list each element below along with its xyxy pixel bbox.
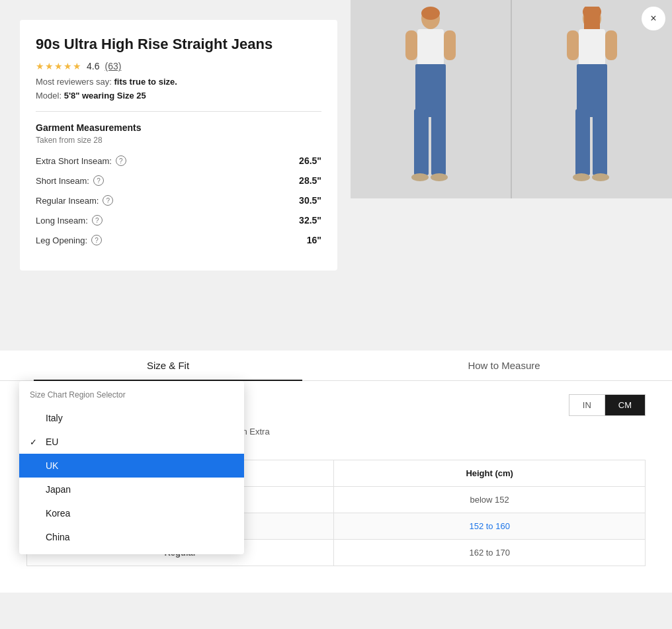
reviewer-highlight: fits true to size. — [114, 77, 177, 87]
regular-help-icon[interactable]: ? — [103, 195, 113, 206]
svg-rect-18 — [593, 109, 607, 175]
region-label-eu: EU — [46, 437, 58, 447]
svg-point-1 — [421, 7, 440, 20]
short-value: 28.5" — [299, 175, 321, 186]
short-help-icon[interactable]: ? — [93, 175, 104, 186]
svg-rect-15 — [605, 30, 617, 60]
measurement-regular: Regular Inseam: ? 30.5" — [36, 195, 321, 206]
svg-rect-14 — [567, 30, 579, 60]
product-title: 90s Ultra High Rise Straight Jeans — [36, 36, 321, 53]
product-images: × — [351, 0, 672, 198]
star-4: ★ — [63, 61, 72, 71]
leg-opening-label: Leg Opening: — [36, 235, 87, 245]
product-details-card: 90s Ultra High Rise Straight Jeans ★ ★ ★… — [20, 20, 337, 271]
long-help-icon[interactable]: ? — [92, 215, 103, 226]
measurement-short: Short Inseam: ? 28.5" — [36, 175, 321, 186]
model-info: 5'8" wearing Size 25 — [64, 91, 146, 101]
svg-rect-7 — [431, 109, 446, 175]
region-label-italy: Italy — [46, 413, 63, 423]
region-option-italy[interactable]: Italy — [19, 406, 244, 430]
long-value: 32.5" — [299, 215, 321, 226]
dropdown-title: Size Chart Region Selector — [19, 386, 244, 406]
rating-row: ★ ★ ★ ★ ★ 4.6 (63) — [36, 61, 321, 71]
measurement-long: Long Inseam: ? 32.5" — [36, 215, 321, 226]
rating-number: 4.6 — [87, 61, 99, 71]
extra-short-help-icon[interactable]: ? — [116, 155, 126, 166]
review-count[interactable]: (63) — [105, 61, 121, 71]
star-5: ★ — [73, 61, 81, 71]
region-option-china[interactable]: China — [19, 525, 244, 549]
star-3: ★ — [54, 61, 63, 71]
height-extra-short: below 152 — [334, 487, 646, 513]
svg-point-20 — [592, 173, 609, 181]
svg-rect-2 — [417, 29, 444, 65]
svg-point-8 — [411, 173, 429, 181]
star-2: ★ — [45, 61, 54, 71]
regular-value: 30.5" — [299, 195, 321, 206]
tab-size-fit[interactable]: Size & Fit — [0, 351, 336, 380]
short-label: Short Inseam: — [36, 176, 89, 186]
region-option-eu[interactable]: ✓ EU — [19, 430, 244, 454]
star-1: ★ — [36, 61, 44, 71]
svg-rect-6 — [414, 109, 429, 175]
model-text: Model: 5'8" wearing Size 25 — [36, 91, 321, 101]
checkmark-eu: ✓ — [30, 437, 40, 447]
table-header-height: Height (cm) — [334, 460, 646, 487]
garment-measurements-title: Garment Measurements — [36, 122, 321, 133]
region-dropdown: Size Chart Region Selector Italy ✓ EU UK… — [19, 381, 244, 554]
height-short: 152 to 160 — [334, 513, 646, 540]
region-label-korea: Korea — [46, 508, 70, 519]
region-option-japan[interactable]: Japan — [19, 478, 244, 501]
divider — [36, 111, 321, 112]
svg-rect-12 — [584, 12, 600, 32]
unit-cm-button[interactable]: CM — [605, 394, 646, 416]
long-label: Long Inseam: — [36, 216, 88, 226]
product-image-front — [351, 0, 512, 198]
region-option-uk[interactable]: UK — [19, 454, 244, 478]
region-option-korea[interactable]: Korea — [19, 501, 244, 525]
height-regular: 162 to 170 — [334, 540, 646, 566]
regular-label: Regular Inseam: — [36, 196, 99, 206]
tabs-row: Size & Fit How to Measure — [0, 351, 672, 381]
close-button[interactable]: × — [642, 7, 665, 30]
measurement-extra-short: Extra Short Inseam: ? 26.5" — [36, 155, 321, 166]
extra-short-label: Extra Short Inseam: — [36, 156, 112, 166]
region-label-uk: UK — [46, 460, 58, 471]
svg-rect-4 — [444, 30, 456, 60]
svg-rect-13 — [579, 29, 605, 65]
product-image-back — [512, 0, 672, 198]
svg-rect-3 — [405, 30, 417, 60]
garment-measurements-subtitle: Taken from size 28 — [36, 136, 321, 145]
extra-short-value: 26.5" — [299, 155, 321, 166]
measurement-leg-opening: Leg Opening: ? 16" — [36, 235, 321, 245]
reviewer-text: Most reviewers say: fits true to size. — [36, 77, 321, 87]
svg-rect-17 — [575, 109, 590, 175]
leg-opening-value: 16" — [307, 235, 321, 245]
star-rating: ★ ★ ★ ★ ★ — [36, 61, 81, 71]
region-label-japan: Japan — [46, 484, 71, 495]
svg-point-9 — [431, 173, 448, 181]
leg-opening-help-icon[interactable]: ? — [91, 235, 102, 245]
svg-point-19 — [573, 173, 590, 181]
unit-in-button[interactable]: IN — [569, 394, 605, 416]
region-label-china: China — [46, 532, 70, 542]
tab-how-to-measure[interactable]: How to Measure — [336, 351, 672, 380]
